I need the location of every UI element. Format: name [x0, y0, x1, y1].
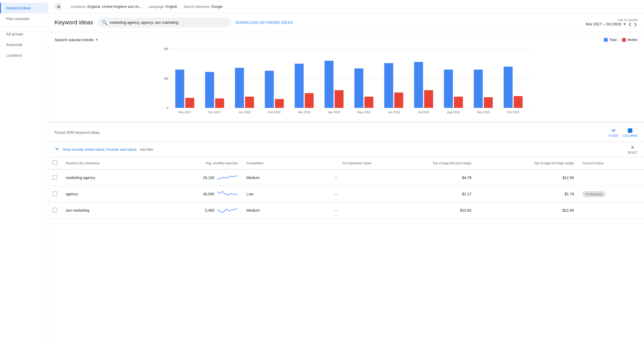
svg-text:Nov 2017: Nov 2017	[179, 111, 191, 114]
header-keyword: Keyword (by relevance)	[61, 157, 151, 169]
svg-rect-13	[275, 99, 284, 108]
svg-text:Oct 2018: Oct 2018	[507, 111, 519, 114]
reset-label: RESET	[628, 151, 638, 154]
svg-text:Jun 2018: Jun 2018	[388, 111, 400, 114]
svg-rect-20	[384, 63, 393, 108]
ad-impression-cell: –	[296, 202, 376, 219]
language-label: Language:	[148, 5, 165, 9]
row-checkbox[interactable]	[52, 191, 57, 196]
svg-rect-16	[325, 61, 334, 108]
header-avg-monthly: Avg. monthly searches	[151, 157, 242, 169]
sidebar-item-keywords[interactable]: Keywords	[0, 39, 48, 50]
chart-dropdown-icon[interactable]: ▼	[95, 38, 98, 42]
table-row: marketing agency18,100Medium–$4.78$12.90	[48, 169, 644, 186]
collapse-button[interactable]: ◀	[55, 3, 62, 10]
top-bar: ◀ Locations: England, United Kingdom and…	[48, 0, 644, 13]
table-row: agency49,500Low–$1.17$1.79In Account	[48, 186, 644, 202]
svg-rect-29	[514, 96, 523, 108]
date-dropdown-icon[interactable]: ▼	[622, 21, 627, 27]
top-page-high-cell: $22.90	[476, 202, 579, 219]
avg-monthly-value: 49,500	[203, 192, 214, 196]
filter-button[interactable]: FILTER	[609, 128, 619, 137]
chart-title: Search volume trends	[55, 37, 94, 42]
chart-section: Search volume trends ▼ Total Mobile	[48, 32, 644, 123]
filter-text[interactable]: Show broadly related ideas; Exclude adul…	[63, 147, 137, 151]
account-status-cell: In Account	[578, 186, 644, 202]
filter-label: FILTER	[609, 134, 619, 137]
page-title: Keyword ideas	[55, 19, 93, 26]
svg-rect-17	[335, 90, 344, 108]
date-value-row: Nov 2017 – Oct 2018 ▼ ❮ ❯	[586, 21, 638, 27]
search-bar[interactable]: 🔍	[97, 17, 231, 28]
chart-area: 6M 3M 0 Nov 2017Dec 2017Jan 2018Feb 2018…	[55, 46, 638, 116]
legend-total: Total	[604, 38, 616, 42]
top-page-low-cell: $4.78	[376, 169, 476, 186]
networks-label: Search networks:	[183, 5, 210, 9]
date-next-button[interactable]: ❯	[633, 21, 638, 27]
add-filter-text[interactable]: Add filter	[140, 147, 153, 151]
svg-rect-25	[454, 97, 463, 108]
date-range: Last 12 months Nov 2017 – Oct 2018 ▼ ❮ ❯	[586, 18, 638, 27]
legend-mobile: Mobile	[622, 38, 638, 42]
row-checkbox[interactable]	[52, 175, 57, 180]
top-page-low-cell: $10.82	[376, 202, 476, 219]
svg-text:Jul 2018: Jul 2018	[418, 111, 429, 114]
svg-text:Dec 2017: Dec 2017	[208, 111, 221, 114]
header-top-low: Top of page bid (low range)	[376, 157, 476, 169]
locations-value: England, United Kingdom and Un...	[87, 5, 142, 9]
svg-text:Feb 2018: Feb 2018	[268, 111, 280, 114]
svg-text:6M: 6M	[164, 47, 168, 51]
svg-rect-22	[414, 62, 423, 108]
ad-impression-cell: –	[296, 186, 376, 202]
svg-text:Apr 2018: Apr 2018	[328, 111, 340, 114]
locations-item: Locations: England, United Kingdom and U…	[71, 5, 142, 9]
svg-rect-11	[245, 97, 254, 108]
close-filter-button[interactable]: ✕ RESET	[628, 145, 638, 154]
search-input[interactable]	[110, 20, 227, 25]
competition-cell: Medium	[242, 169, 296, 186]
sidebar-item-plan-overview[interactable]: Plan overview	[0, 13, 48, 24]
svg-text:0: 0	[167, 106, 168, 110]
trend-sparkline	[217, 173, 238, 182]
svg-rect-15	[305, 93, 314, 108]
table-body: marketing agency18,100Medium–$4.78$12.90…	[48, 169, 644, 219]
svg-text:Sep 2018: Sep 2018	[477, 111, 489, 114]
main-content: ◀ Locations: England, United Kingdom and…	[48, 0, 644, 346]
avg-monthly-value: 18,100	[203, 176, 214, 180]
table-toolbar: Found 2060 keyword ideas FILTER COLUMNS	[48, 123, 644, 142]
svg-rect-26	[474, 70, 483, 108]
filter-bar: Show broadly related ideas; Exclude adul…	[48, 142, 644, 157]
legend-total-label: Total	[609, 38, 616, 42]
table-row: seo marketing5,400Medium–$10.82$22.90	[48, 202, 644, 219]
networks-item: Search networks: Google	[183, 5, 222, 9]
svg-rect-27	[484, 97, 493, 108]
date-label: Last 12 months	[618, 18, 638, 21]
sidebar-item-ad-groups[interactable]: Ad groups	[0, 29, 48, 39]
sidebar-item-keyword-ideas[interactable]: Keyword ideas	[0, 3, 48, 13]
date-prev-button[interactable]: ❮	[628, 21, 632, 27]
header-competition: Competition	[242, 157, 296, 169]
keyword-cell: agency	[61, 186, 151, 202]
top-page-low-cell: $1.17	[376, 186, 476, 202]
avg-monthly-cell: 5,400	[151, 202, 242, 218]
chart-svg: 6M 3M 0 Nov 2017Dec 2017Jan 2018Feb 2018…	[55, 46, 638, 116]
legend-total-box	[604, 38, 608, 42]
account-status-cell	[578, 169, 644, 186]
chart-legend: Total Mobile	[604, 38, 638, 42]
header-ad-impression: Ad impression share	[296, 157, 376, 169]
row-checkbox[interactable]	[52, 208, 57, 212]
svg-rect-18	[354, 69, 364, 108]
date-value: Nov 2017 – Oct 2018	[586, 22, 621, 26]
top-page-high-cell: $1.79	[476, 186, 579, 202]
keyword-cell: marketing agency	[61, 169, 151, 186]
columns-button[interactable]: COLUMNS	[623, 128, 638, 137]
keyword-table: Keyword (by relevance) Avg. monthly sear…	[48, 157, 644, 219]
download-button[interactable]: DOWNLOAD KEYWORD IDEAS	[235, 20, 293, 25]
row-checkbox-cell	[48, 169, 61, 186]
row-checkbox-cell	[48, 186, 61, 202]
svg-rect-12	[265, 71, 274, 108]
sidebar-item-locations[interactable]: Locations	[0, 50, 48, 61]
chart-header: Search volume trends ▼ Total Mobile	[55, 37, 638, 42]
select-all-checkbox[interactable]	[52, 160, 57, 165]
filter-active-icon	[55, 147, 59, 152]
